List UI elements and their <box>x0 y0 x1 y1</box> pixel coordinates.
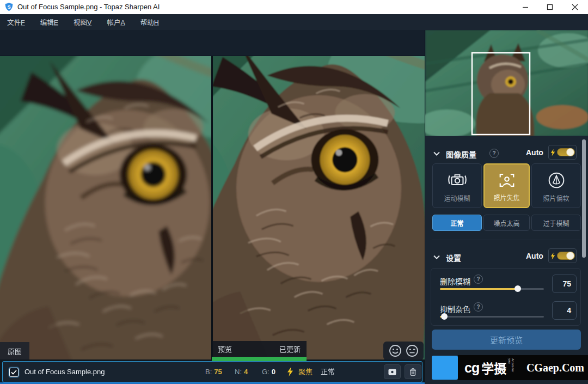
app-header: S Sharpen AI v3.2.2 缩放 22% 视图 <box>0 30 425 56</box>
menu-edit[interactable]: 编辑E <box>40 17 58 27</box>
ai-condition-label: 正常 <box>321 362 335 382</box>
image-quality-auto-toggle[interactable] <box>548 145 577 160</box>
close-button[interactable] <box>564 0 586 14</box>
trash-icon <box>409 368 416 376</box>
preview-status: 已更新 <box>279 344 301 354</box>
remove-blur-value[interactable]: 75 <box>552 275 577 293</box>
remove-blur-slider[interactable] <box>440 285 544 292</box>
settings-header: 设置 Auto <box>425 249 588 265</box>
title-bar: S Out of Focus Sample.png - Topaz Sharpe… <box>0 0 588 14</box>
soft-lens-icon <box>547 172 566 189</box>
camera-shake-icon <box>448 172 467 188</box>
original-image-pane[interactable] <box>0 56 211 359</box>
watermark-brand: 学摄 <box>481 358 506 377</box>
maximize-icon <box>547 4 553 10</box>
maximize-button[interactable] <box>539 0 561 14</box>
settings-title: 设置 <box>446 252 461 263</box>
file-row[interactable]: Out of Focus Sample.png B:75 N:4 G:0 聚焦 … <box>2 361 422 382</box>
help-icon[interactable]: ? <box>489 149 499 158</box>
feedback-box <box>383 342 424 360</box>
section-divider <box>432 240 581 240</box>
panel-scrollbar[interactable] <box>582 139 586 258</box>
navigator-image <box>425 30 588 136</box>
control-panel: 图像质量 ? Auto 运动模糊 照片失焦 照片偏软 <box>425 30 588 384</box>
help-icon[interactable]: ? <box>474 275 483 284</box>
slider-thumb[interactable] <box>514 285 521 292</box>
menu-bar: 文件F 编辑E 视图V 帐户A 帮助H <box>0 14 588 30</box>
app-shield-icon: S <box>4 2 14 11</box>
condition-very-noisy-button[interactable]: 噪点太高 <box>483 215 530 231</box>
image-quality-header: 图像质量 ? Auto <box>425 146 588 161</box>
focus-person-icon <box>498 172 516 188</box>
minimize-icon <box>522 4 529 10</box>
neutral-face-icon[interactable] <box>406 344 419 357</box>
watermark-site: CGaep.Com <box>526 362 584 374</box>
file-name: Out of Focus Sample.png <box>24 362 105 382</box>
preview-image-pane[interactable] <box>213 56 425 359</box>
window-title: Out of Focus Sample.png - Topaz Sharpen … <box>17 0 160 14</box>
image-preview-icon <box>388 369 396 375</box>
lightning-icon <box>550 149 555 156</box>
condition-normal-button[interactable]: 正常 <box>432 215 482 231</box>
happy-face-icon[interactable] <box>389 344 402 357</box>
lightning-icon <box>550 252 555 260</box>
auto-label: Auto <box>526 148 543 157</box>
watermark-banner: cg 学摄 Artists for you CGaep.Com <box>458 355 588 380</box>
suppress-noise-label: 抑制杂色 <box>440 303 470 314</box>
chevron-down-icon[interactable] <box>433 255 440 259</box>
preview-toggle-button[interactable] <box>384 364 401 379</box>
preview-label-bar: 预览 已更新 <box>212 341 307 357</box>
preview-label: 预览 <box>218 344 232 354</box>
preview-progress-bar <box>212 357 307 361</box>
ai-mode-label: 聚焦 <box>298 362 313 382</box>
svg-text:S: S <box>7 4 10 10</box>
original-owl-image <box>0 56 211 359</box>
condition-very-blurry-button[interactable]: 过于模糊 <box>531 215 581 231</box>
chevron-down-icon[interactable] <box>433 151 440 156</box>
image-viewer: 原图 预览 已更新 <box>0 56 425 359</box>
delete-file-button[interactable] <box>405 364 421 379</box>
file-checkbox[interactable] <box>9 368 19 377</box>
mode-motion-blur-button[interactable]: 运动模糊 <box>432 163 482 208</box>
menu-view[interactable]: 视图V <box>74 17 91 27</box>
stat-noise: N:4 <box>235 362 248 382</box>
original-label: 原图 <box>0 342 29 359</box>
update-preview-button[interactable]: 更新预览 <box>432 330 581 350</box>
mode-out-of-focus-button[interactable]: 照片失焦 <box>483 163 530 208</box>
auto-label: Auto <box>526 252 543 260</box>
navigator-thumbnail[interactable] <box>425 30 588 136</box>
help-icon[interactable]: ? <box>474 302 483 312</box>
image-quality-title: 图像质量 <box>446 149 476 160</box>
menu-account[interactable]: 帐户A <box>107 17 125 27</box>
mode-too-soft-button[interactable]: 照片偏软 <box>531 163 581 208</box>
sliders-panel: 删除模糊 ? 75 抑制杂色 ? 4 <box>431 268 581 326</box>
suppress-noise-value[interactable]: 4 <box>552 301 577 320</box>
menu-file[interactable]: 文件F <box>7 17 25 27</box>
suppress-noise-slider[interactable] <box>440 313 544 320</box>
stat-blur: B:75 <box>205 362 222 382</box>
checkmark-icon <box>11 370 17 375</box>
watermark-logo: cg <box>464 360 479 376</box>
toggle-switch <box>557 148 575 156</box>
minimize-button[interactable] <box>514 0 536 14</box>
lightning-icon <box>287 367 293 376</box>
toggle-switch <box>557 252 575 260</box>
close-icon <box>572 4 578 10</box>
slider-thumb[interactable] <box>441 313 448 320</box>
remove-blur-label: 删除模糊 <box>440 276 470 287</box>
settings-auto-toggle[interactable] <box>548 248 577 263</box>
preview-owl-image <box>213 56 425 359</box>
stat-grain: G:0 <box>262 362 275 382</box>
watermark-blue-square <box>432 356 458 380</box>
menu-help[interactable]: 帮助H <box>140 17 159 27</box>
watermark-tagline: Artists for you <box>507 358 514 377</box>
